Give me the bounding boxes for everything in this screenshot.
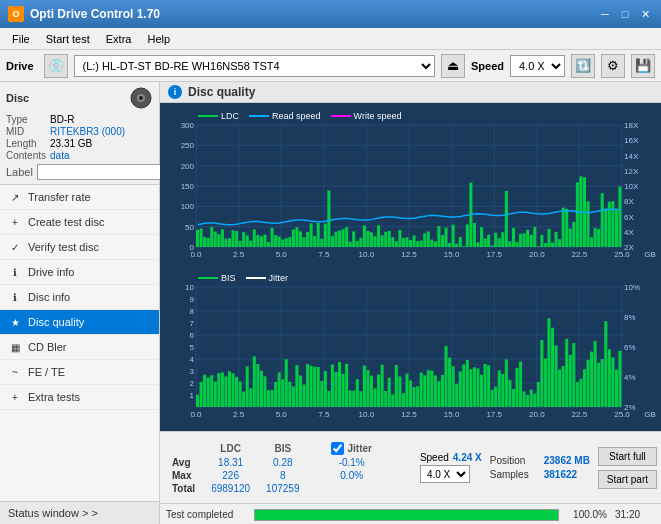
- chart-header: i Disc quality: [160, 82, 661, 103]
- sidebar-item-disc-info[interactable]: ℹ Disc info: [0, 285, 159, 310]
- save-button[interactable]: 💾: [631, 54, 655, 78]
- bis-header: BIS: [258, 441, 307, 456]
- sidebar-item-create-test-disc[interactable]: + Create test disc: [0, 210, 159, 235]
- speed-select[interactable]: 4.0 X: [510, 55, 565, 77]
- jitter-checkbox-label[interactable]: Jitter: [331, 442, 371, 455]
- app-title: Opti Drive Control 1.70: [30, 7, 160, 21]
- nav-label-disc-info: Disc info: [28, 291, 70, 303]
- speed-avg-label: Speed: [420, 452, 449, 463]
- chart-header-icon: i: [168, 85, 182, 99]
- label-label: Label: [6, 166, 33, 178]
- max-jitter: 0.0%: [323, 469, 379, 482]
- samples-value: 381622: [544, 469, 577, 480]
- menu-file[interactable]: File: [4, 31, 38, 47]
- cd-bler-icon: ▦: [8, 340, 22, 354]
- menu-extra[interactable]: Extra: [98, 31, 140, 47]
- status-window-button[interactable]: Status window > >: [0, 501, 159, 524]
- maximize-button[interactable]: □: [617, 6, 633, 22]
- sidebar-item-fe-te[interactable]: ~ FE / TE: [0, 360, 159, 385]
- position-section: Position 23862 MB Samples 381622: [490, 455, 590, 480]
- drive-icon-btn[interactable]: 💿: [44, 54, 68, 78]
- svg-point-2: [139, 96, 143, 100]
- total-ldc: 6989120: [203, 482, 258, 495]
- title-bar: O Opti Drive Control 1.70 ─ □ ✕: [0, 0, 661, 28]
- total-bis: 107259: [258, 482, 307, 495]
- progress-time: 31:20: [615, 509, 655, 520]
- status-text: Test completed: [166, 509, 246, 520]
- drive-info-icon: ℹ: [8, 265, 22, 279]
- contents-value: data: [50, 150, 153, 161]
- avg-ldc: 18.31: [203, 456, 258, 469]
- sidebar-item-transfer-rate[interactable]: ↗ Transfer rate: [0, 185, 159, 210]
- top-chart: LDC Read speed Write speed: [164, 107, 657, 267]
- bottom-chart: BIS Jitter: [164, 269, 657, 427]
- progress-bar: [254, 509, 559, 521]
- sidebar-item-extra-tests[interactable]: + Extra tests: [0, 385, 159, 410]
- nav-label-verify-test-disc: Verify test disc: [28, 241, 99, 253]
- drive-select[interactable]: (L:) HL-DT-ST BD-RE WH16NS58 TST4: [74, 55, 435, 77]
- start-part-button[interactable]: Start part: [598, 470, 657, 489]
- chart-title: Disc quality: [188, 85, 255, 99]
- speed-section: Speed 4.24 X 4.0 X: [420, 452, 482, 483]
- total-label: Total: [164, 482, 203, 495]
- jitter-checkbox[interactable]: [331, 442, 344, 455]
- nav-label-drive-info: Drive info: [28, 266, 74, 278]
- position-value: 23862 MB: [544, 455, 590, 466]
- contents-label: Contents: [6, 150, 46, 161]
- label-input[interactable]: [37, 164, 170, 180]
- disc-panel: Disc Type BD-R MID RITEKBR3 (000) Length…: [0, 82, 159, 185]
- sidebar-item-disc-quality[interactable]: ★ Disc quality: [0, 310, 159, 335]
- sidebar-item-cd-bler[interactable]: ▦ CD Bler: [0, 335, 159, 360]
- avg-label: Avg: [164, 456, 203, 469]
- mid-value: RITEKBR3 (000): [50, 126, 153, 137]
- nav-label-transfer-rate: Transfer rate: [28, 191, 91, 203]
- ldc-header: LDC: [203, 441, 258, 456]
- disc-icon: [129, 86, 153, 110]
- type-label: Type: [6, 114, 46, 125]
- sidebar-item-verify-test-disc[interactable]: ✓ Verify test disc: [0, 235, 159, 260]
- minimize-button[interactable]: ─: [597, 6, 613, 22]
- refresh-button[interactable]: 🔃: [571, 54, 595, 78]
- top-chart-legend: LDC Read speed Write speed: [194, 109, 405, 123]
- drive-bar: Drive 💿 (L:) HL-DT-ST BD-RE WH16NS58 TST…: [0, 50, 661, 82]
- nav-label-fe-te: FE / TE: [28, 366, 65, 378]
- menu-bar: File Start test Extra Help: [0, 28, 661, 50]
- status-window-label: Status window > >: [8, 507, 98, 519]
- disc-info-icon: ℹ: [8, 290, 22, 304]
- menu-start-test[interactable]: Start test: [38, 31, 98, 47]
- disc-panel-title: Disc: [6, 92, 29, 104]
- settings-button[interactable]: ⚙: [601, 54, 625, 78]
- charts-area: LDC Read speed Write speed BIS Jitter: [160, 103, 661, 431]
- top-chart-canvas: [164, 107, 657, 265]
- main-content: i Disc quality LDC Read speed Write spee…: [160, 82, 661, 524]
- buttons-section: Start full Start part: [598, 447, 657, 489]
- verify-test-icon: ✓: [8, 240, 22, 254]
- speed-select-stats[interactable]: 4.0 X: [420, 465, 470, 483]
- type-value: BD-R: [50, 114, 153, 125]
- drive-label: Drive: [6, 60, 34, 72]
- position-label: Position: [490, 455, 540, 466]
- length-value: 23.31 GB: [50, 138, 153, 149]
- create-test-icon: +: [8, 215, 22, 229]
- menu-help[interactable]: Help: [139, 31, 178, 47]
- nav-label-cd-bler: CD Bler: [28, 341, 67, 353]
- progress-bar-area: Test completed 100.0% 31:20: [160, 503, 661, 524]
- disc-quality-icon: ★: [8, 315, 22, 329]
- stats-table: LDC BIS Jitter: [164, 441, 412, 495]
- speed-avg-value: 4.24 X: [453, 452, 482, 463]
- nav-label-disc-quality: Disc quality: [28, 316, 84, 328]
- eject-button[interactable]: ⏏: [441, 54, 465, 78]
- speed-label: Speed: [471, 60, 504, 72]
- sidebar-item-drive-info[interactable]: ℹ Drive info: [0, 260, 159, 285]
- mid-label: MID: [6, 126, 46, 137]
- length-label: Length: [6, 138, 46, 149]
- nav-label-create-test-disc: Create test disc: [28, 216, 104, 228]
- samples-label: Samples: [490, 469, 540, 480]
- close-button[interactable]: ✕: [637, 6, 653, 22]
- avg-jitter: -0.1%: [323, 456, 379, 469]
- fe-te-icon: ~: [8, 365, 22, 379]
- app-icon: O: [8, 6, 24, 22]
- avg-bis: 0.28: [258, 456, 307, 469]
- bottom-chart-canvas: [164, 269, 657, 425]
- start-full-button[interactable]: Start full: [598, 447, 657, 466]
